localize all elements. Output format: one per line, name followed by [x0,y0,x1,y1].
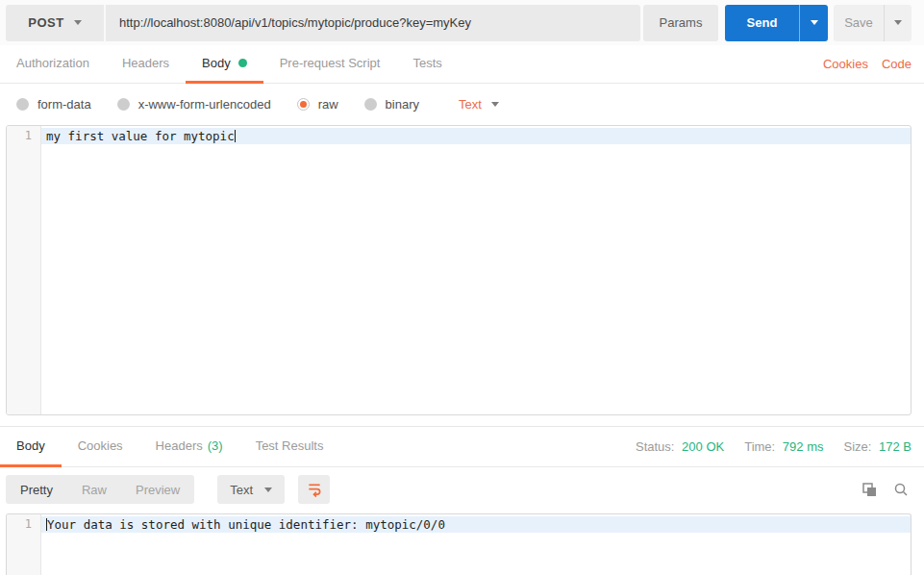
radio-label: raw [318,97,338,112]
send-options-button[interactable] [799,5,828,41]
view-raw-button[interactable]: Raw [67,475,121,504]
code-area[interactable]: my first value for mytopic [41,126,911,414]
radio-binary[interactable]: binary [364,97,419,112]
code-line: my first value for mytopic [41,128,911,144]
radio-raw[interactable]: raw [297,97,338,112]
chevron-down-icon [264,488,272,492]
spacer [459,45,816,83]
time-label: Time: [744,439,775,454]
tab-label: Body [16,438,45,453]
save-button[interactable]: Save [834,5,884,41]
search-icon [893,482,909,497]
code-link[interactable]: Code [875,45,924,83]
wrap-text-icon [307,482,322,497]
tab-response-headers[interactable]: Headers (3) [139,427,239,467]
tab-label: Pre-request Script [280,56,381,70]
method-label: POST [28,15,63,30]
chevron-down-icon [491,102,499,107]
format-label: Text [230,483,253,497]
line-number-gutter: 1 [7,126,41,414]
tab-label: Cookies [78,438,123,453]
text-cursor [235,130,236,142]
status-pair: Status: 200 OK [636,439,724,454]
chevron-down-icon [811,20,818,25]
tab-headers[interactable]: Headers [106,45,186,84]
response-body-viewer[interactable]: 1 Your data is stored with unique identi… [6,513,912,575]
response-meta: Status: 200 OK Time: 792 ms Size: 172 B [636,427,924,466]
search-response-button[interactable] [890,479,912,500]
request-body-editor[interactable]: 1 my first value for mytopic [6,125,912,415]
tab-label: Tests [412,56,441,70]
code-text: Your data is stored with unique identifi… [47,517,445,532]
time-pair: Time: 792 ms [744,439,823,454]
radio-label: x-www-form-urlencoded [138,97,271,112]
line-number: 1 [7,128,40,144]
radio-icon [364,98,377,111]
format-label: Text [459,97,482,112]
params-button[interactable]: Params [643,5,718,41]
tab-label: Test Results [256,438,324,453]
chevron-down-icon [74,20,82,25]
status-label: Status: [636,439,674,454]
body-format-select[interactable]: Text [459,97,499,112]
spacer [339,427,636,466]
code-text: my first value for mytopic [46,129,235,143]
send-button-group: Send [725,5,828,41]
radio-label: binary [386,97,419,112]
copy-response-button[interactable] [859,479,880,500]
size-pair: Size: 172 B [843,439,912,454]
radio-label: form-data [37,97,91,112]
size-value: 172 B [879,439,912,454]
status-value: 200 OK [682,439,724,454]
view-pretty-button[interactable]: Pretty [6,475,67,504]
line-number-gutter: 1 [7,514,41,575]
tab-pre-request-script[interactable]: Pre-request Script [263,45,397,84]
radio-form-data[interactable]: form-data [16,97,91,112]
postman-request-view: POST Params Send Save Authorization Head… [0,0,924,575]
radio-x-www-form-urlencoded[interactable]: x-www-form-urlencoded [117,97,271,112]
code-area[interactable]: Your data is stored with unique identifi… [41,514,911,575]
line-number: 1 [7,516,40,533]
tab-label: Headers [122,56,169,70]
time-value: 792 ms [783,439,824,454]
tab-label: Headers [156,438,203,453]
view-mode-group: Pretty Raw Preview [6,475,194,504]
tab-label: Body [202,56,231,70]
wrap-text-button[interactable] [298,475,330,504]
body-type-bar: form-data x-www-form-urlencoded raw bina… [0,84,924,125]
tab-body[interactable]: Body [186,45,263,84]
tab-response-cookies[interactable]: Cookies [62,427,139,467]
request-url-bar: POST Params Send Save [0,0,924,45]
save-options-button[interactable] [884,5,912,41]
cookies-link[interactable]: Cookies [816,45,875,83]
tab-response-body[interactable]: Body [0,427,62,467]
request-tabs: Authorization Headers Body Pre-request S… [0,45,924,84]
size-label: Size: [843,439,871,454]
headers-count-badge: (3) [208,438,223,453]
view-preview-button[interactable]: Preview [121,475,194,504]
code-line: Your data is stored with unique identifi… [41,516,911,533]
copy-icon [862,482,877,497]
response-format-select[interactable]: Text [217,475,285,504]
url-input[interactable] [106,5,640,41]
radio-selected-icon [297,98,310,111]
send-button[interactable]: Send [725,5,799,41]
response-view-toolbar: Pretty Raw Preview Text [0,467,924,512]
save-button-group: Save [834,5,912,41]
method-select[interactable]: POST [6,5,106,41]
tab-authorization[interactable]: Authorization [0,45,106,84]
chevron-down-icon [894,20,902,25]
body-modified-dot [238,59,247,67]
url-field-group: POST Params [6,5,718,41]
tab-tests[interactable]: Tests [396,45,458,84]
tab-test-results[interactable]: Test Results [239,427,340,467]
radio-icon [117,98,130,111]
tab-label: Authorization [16,56,89,70]
radio-icon [16,98,29,111]
response-tabs: Body Cookies Headers (3) Test Results St… [0,427,924,467]
